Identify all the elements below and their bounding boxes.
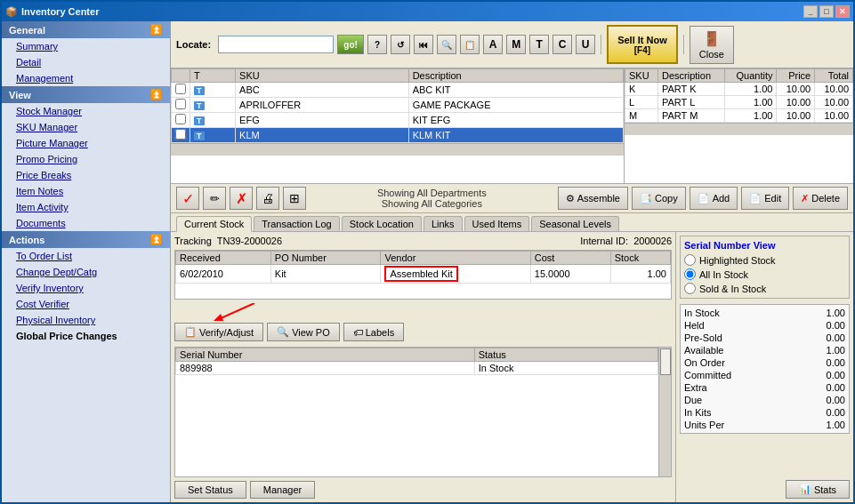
- u-button[interactable]: U: [576, 35, 595, 54]
- tab-used-items[interactable]: Used Items: [464, 216, 530, 231]
- radio-all-input[interactable]: [684, 268, 696, 280]
- right-table-row[interactable]: K PART K 1.00 10.00 10.00: [625, 83, 853, 96]
- radio-all-in-stock[interactable]: All In Stock: [684, 268, 845, 280]
- stat-label: Due: [684, 395, 702, 405]
- sidebar-item-documents[interactable]: Documents: [2, 215, 170, 231]
- row-t: T: [190, 128, 236, 143]
- copy-button[interactable]: 📑 Copy: [632, 187, 686, 210]
- set-manager-row: Set Status Manager: [174, 481, 672, 499]
- c-button[interactable]: C: [553, 35, 572, 54]
- sidebar-item-price-breaks[interactable]: Price Breaks: [2, 167, 170, 183]
- sidebar-item-global-price-changes[interactable]: Global Price Changes: [2, 328, 170, 344]
- verify-adjust-button[interactable]: 📋 Verify/Adjust: [174, 323, 263, 341]
- tab-stock-location[interactable]: Stock Location: [342, 216, 422, 231]
- general-section-header[interactable]: General ⏫: [2, 21, 170, 38]
- sell-it-now-button[interactable]: Sell It Now [F4]: [607, 25, 678, 64]
- serial-view-section: Serial Number View Highlighted Stock All…: [680, 236, 850, 299]
- sidebar-item-stock-manager[interactable]: Stock Manager: [2, 103, 170, 119]
- left-table-row[interactable]: T APRILOFFER GAME PACKAGE: [172, 98, 624, 113]
- tab-current-stock[interactable]: Current Stock: [176, 216, 252, 232]
- col-received: Received: [176, 252, 271, 265]
- tab-links[interactable]: Links: [423, 216, 463, 231]
- tab-current-stock-label: Current Stock: [184, 219, 244, 229]
- x-clear-button[interactable]: ✗: [230, 187, 253, 210]
- row-check[interactable]: [172, 113, 190, 128]
- m-button[interactable]: M: [506, 35, 526, 54]
- col-check: [172, 69, 190, 83]
- right-scrollbar[interactable]: [625, 123, 853, 135]
- row-check[interactable]: [172, 98, 190, 113]
- left-scrollbar[interactable]: [171, 143, 624, 156]
- sidebar-item-management[interactable]: Management: [2, 70, 170, 86]
- row-sku: EFG: [236, 113, 409, 128]
- right-table-row[interactable]: M PART M 1.00 10.00 10.00: [625, 109, 853, 123]
- grid-button[interactable]: ⊞: [283, 187, 306, 210]
- stock-received: 6/02/2010: [176, 265, 271, 284]
- go-button[interactable]: go!: [337, 35, 364, 54]
- radio-highlighted[interactable]: Highlighted Stock: [684, 254, 845, 266]
- main-window: 📦 Inventory Center _ □ ✕ General ⏫ Summa…: [0, 0, 855, 504]
- sidebar-item-cost-verifier[interactable]: Cost Verifier: [2, 296, 170, 312]
- assemble-button[interactable]: ⚙ Assemble: [558, 187, 628, 210]
- locate-input[interactable]: [218, 36, 334, 53]
- sidebar-item-change-dept[interactable]: Change Dept/Catg: [2, 264, 170, 280]
- row-check[interactable]: [172, 83, 190, 98]
- tab-seasonal-levels[interactable]: Seasonal Levels: [531, 216, 619, 231]
- help-button[interactable]: ?: [367, 35, 387, 54]
- row-price-r: 10.00: [777, 109, 815, 123]
- t-button[interactable]: T: [529, 35, 549, 54]
- minimize-button[interactable]: _: [803, 5, 818, 18]
- edit-pencil-button[interactable]: ✏: [203, 187, 226, 210]
- sidebar-item-sku-manager[interactable]: SKU Manager: [2, 119, 170, 135]
- left-table-row[interactable]: T KLM KLM KIT: [172, 128, 624, 143]
- sidebar-item-summary[interactable]: Summary: [2, 38, 170, 54]
- stat-row: In Stock1.00: [682, 307, 847, 319]
- maximize-button[interactable]: □: [819, 5, 834, 18]
- view-section-header[interactable]: View ⏫: [2, 86, 170, 103]
- sidebar-item-picture-manager[interactable]: Picture Manager: [2, 135, 170, 151]
- stat-value: 0.00: [810, 357, 845, 368]
- actions-section-header[interactable]: Actions ⏫: [2, 231, 170, 248]
- bottom-panel: Tracking TN39-2000026 Internal ID: 20000…: [171, 232, 853, 502]
- col-desc-r: Description: [658, 69, 725, 83]
- search-button[interactable]: 🔍: [437, 35, 456, 54]
- right-table-row[interactable]: L PART L 1.00 10.00 10.00: [625, 96, 853, 109]
- sidebar-item-verify-inventory[interactable]: Verify Inventory: [2, 280, 170, 296]
- checkmark-button[interactable]: ✓: [176, 187, 199, 210]
- serial-view-radio-group: Highlighted Stock All In Stock Sold & In…: [684, 254, 845, 294]
- radio-highlighted-input[interactable]: [684, 254, 696, 266]
- tab-transaction-log[interactable]: Transaction Log: [254, 216, 339, 231]
- serial-scrollbar[interactable]: [658, 348, 671, 476]
- row-sku: ABC: [236, 83, 409, 98]
- labels-button[interactable]: 🏷 Labels: [343, 323, 404, 341]
- clipboard-button[interactable]: 📋: [460, 35, 480, 54]
- stock-vendor: Assembled Kit: [381, 265, 530, 284]
- close-window-button[interactable]: ✕: [835, 5, 850, 18]
- stats-button[interactable]: 📊 Stats: [786, 480, 850, 499]
- refresh-button[interactable]: ↺: [391, 35, 410, 54]
- radio-sold-in-stock[interactable]: Sold & In Stock: [684, 283, 845, 294]
- row-check[interactable]: [172, 128, 190, 143]
- sidebar-item-detail[interactable]: Detail: [2, 54, 170, 70]
- internal-id-value: 2000026: [633, 236, 672, 246]
- radio-sold-input[interactable]: [684, 283, 696, 294]
- left-table-row[interactable]: T EFG KIT EFG: [172, 113, 624, 128]
- sidebar-item-item-notes[interactable]: Item Notes: [2, 183, 170, 199]
- view-po-button[interactable]: 🔍 View PO: [267, 323, 340, 341]
- left-table-row[interactable]: T ABC ABC KIT: [172, 83, 624, 98]
- first-button[interactable]: ⏮: [414, 35, 433, 54]
- sidebar-item-to-order-list[interactable]: To Order List: [2, 248, 170, 264]
- a-button[interactable]: A: [483, 35, 503, 54]
- manager-button[interactable]: Manager: [250, 481, 315, 499]
- stock-stock: 1.00: [610, 265, 670, 284]
- add-button[interactable]: 📄 Add: [690, 187, 738, 210]
- view-collapse-icon: ⏫: [150, 89, 163, 100]
- sidebar-item-item-activity[interactable]: Item Activity: [2, 199, 170, 215]
- close-button[interactable]: 🚪 Close: [690, 26, 734, 64]
- sidebar-item-promo-pricing[interactable]: Promo Pricing: [2, 151, 170, 167]
- print-button[interactable]: 🖨: [256, 187, 279, 210]
- edit-button[interactable]: 📄 Edit: [741, 187, 789, 210]
- set-status-button[interactable]: Set Status: [174, 481, 246, 499]
- delete-button[interactable]: ✗ Delete: [793, 187, 848, 210]
- sidebar-item-physical-inventory[interactable]: Physical Inventory: [2, 312, 170, 328]
